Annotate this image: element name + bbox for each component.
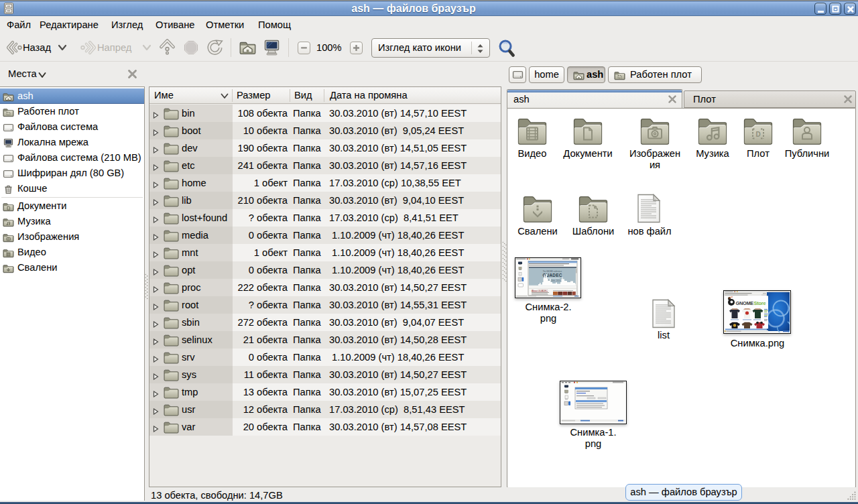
svg-text:D: D: [755, 131, 760, 138]
svg-text:GUADEC: GUADEC: [543, 273, 562, 277]
svg-text:Store: Store: [754, 300, 766, 306]
svg-text:GNOME: GNOME: [736, 300, 754, 306]
svg-text:About GUADEC: About GUADEC: [532, 290, 548, 292]
